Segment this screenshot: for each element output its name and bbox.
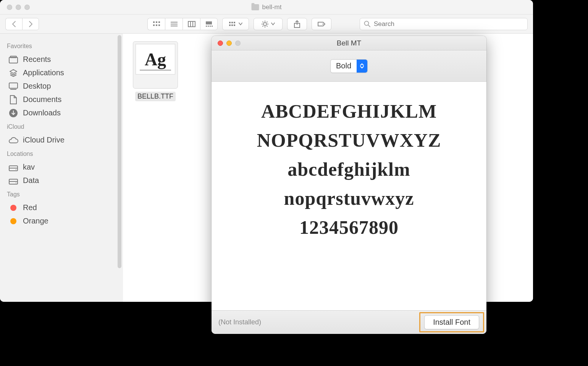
gallery-view-button[interactable] xyxy=(200,18,218,30)
svg-rect-9 xyxy=(188,21,195,27)
sidebar-item-label: Orange xyxy=(23,217,48,225)
svg-line-30 xyxy=(267,21,268,22)
preview-titlebar: Bell MT xyxy=(212,36,486,50)
sample-line: 1234567890 xyxy=(227,216,471,238)
svg-rect-20 xyxy=(229,24,231,26)
view-segment xyxy=(147,18,218,30)
finder-toolbar xyxy=(0,15,533,34)
svg-rect-5 xyxy=(158,24,160,26)
svg-rect-12 xyxy=(206,21,212,24)
sidebar-item-label: Documents xyxy=(23,95,61,104)
sidebar-item-label: Data xyxy=(23,176,39,185)
disk-icon xyxy=(8,177,18,185)
sidebar-heading-favorites: Favorites xyxy=(7,43,119,50)
file-thumbnail: Ag xyxy=(133,41,178,89)
svg-point-46 xyxy=(16,182,16,183)
install-status: (Not Installed) xyxy=(218,318,261,326)
sidebar-item-downloads[interactable]: Downloads xyxy=(6,106,119,120)
tag-orange-icon xyxy=(8,217,18,225)
action-button[interactable] xyxy=(254,18,283,30)
svg-rect-13 xyxy=(206,26,207,27)
svg-rect-2 xyxy=(158,21,160,23)
downloads-icon xyxy=(8,109,18,117)
svg-rect-36 xyxy=(9,57,18,63)
finder-title-text: bell-mt xyxy=(262,3,281,11)
documents-icon xyxy=(8,96,18,104)
sample-line: nopqrstuvwxyz xyxy=(227,187,471,209)
applications-icon xyxy=(8,69,18,77)
sidebar-item-label: Red xyxy=(23,203,37,212)
icon-view-button[interactable] xyxy=(147,18,165,30)
sidebar-heading-icloud: iCloud xyxy=(7,123,119,130)
file-item[interactable]: Ag BELLB.TTF xyxy=(131,41,180,101)
disk-icon xyxy=(8,163,18,172)
zoom-icon[interactable] xyxy=(235,40,241,46)
back-button[interactable] xyxy=(5,18,22,30)
sample-line: NOPQRSTUVWXYZ xyxy=(227,129,471,151)
finder-titlebar: bell-mt xyxy=(0,0,533,15)
sidebar-item-label: Applications xyxy=(23,68,64,77)
sidebar-heading-locations: Locations xyxy=(7,151,119,157)
sidebar-item-applications[interactable]: Applications xyxy=(6,66,119,79)
tags-button[interactable] xyxy=(312,18,331,30)
scrollbar-thumb[interactable] xyxy=(118,35,121,268)
svg-rect-17 xyxy=(229,22,231,23)
traffic-lights xyxy=(0,5,30,10)
svg-rect-18 xyxy=(231,22,233,23)
sidebar-item-label: kav xyxy=(23,163,35,172)
close-icon[interactable] xyxy=(218,40,223,46)
sidebar-item-label: Downloads xyxy=(23,109,61,117)
chevron-updown-icon xyxy=(357,60,367,73)
close-icon[interactable] xyxy=(7,5,12,10)
tag-red-icon xyxy=(8,204,18,212)
svg-rect-4 xyxy=(156,24,157,26)
preview-toolbar: Bold xyxy=(212,50,486,82)
minimize-icon[interactable] xyxy=(16,5,21,10)
sidebar-item-disk-data[interactable]: Data xyxy=(6,174,119,187)
svg-rect-0 xyxy=(153,21,155,23)
svg-line-29 xyxy=(267,26,268,26)
svg-rect-1 xyxy=(156,21,157,23)
search-field[interactable] xyxy=(360,18,528,30)
nav-segment xyxy=(5,18,39,30)
preview-title: Bell MT xyxy=(337,39,361,47)
sidebar-item-desktop[interactable]: Desktop xyxy=(6,79,119,93)
install-font-button[interactable]: Install Font xyxy=(424,315,479,329)
preview-body: ABCDEFGHIJKLM NOPQRSTUVWXYZ abcdefghijkl… xyxy=(212,82,486,310)
svg-point-33 xyxy=(323,23,324,24)
svg-line-31 xyxy=(263,26,263,26)
sidebar-item-documents[interactable]: Documents xyxy=(6,93,119,106)
font-style-select[interactable]: Bold xyxy=(330,59,368,73)
finder-title: bell-mt xyxy=(251,3,281,11)
minimize-icon[interactable] xyxy=(226,40,232,46)
svg-line-28 xyxy=(263,21,263,22)
desktop-icon xyxy=(8,82,18,91)
group-button[interactable] xyxy=(222,18,249,30)
sidebar-item-icloud-drive[interactable]: iCloud Drive xyxy=(6,133,119,147)
zoom-icon[interactable] xyxy=(24,5,30,10)
preview-footer: (Not Installed) Install Font xyxy=(212,310,486,334)
search-input[interactable] xyxy=(374,20,523,28)
sidebar-item-label: Recents xyxy=(23,55,51,64)
svg-point-23 xyxy=(263,23,267,26)
share-button[interactable] xyxy=(287,18,307,30)
install-highlight: Install Font xyxy=(419,312,484,332)
forward-button[interactable] xyxy=(22,18,39,30)
sidebar-item-disk-kav[interactable]: kav xyxy=(6,160,119,174)
svg-rect-38 xyxy=(9,83,18,88)
svg-rect-16 xyxy=(212,26,213,27)
folder-icon xyxy=(251,4,259,10)
sidebar-item-tag-orange[interactable]: Orange xyxy=(6,214,119,228)
svg-rect-15 xyxy=(210,26,211,27)
column-view-button[interactable] xyxy=(183,18,200,30)
sidebar-item-tag-red[interactable]: Red xyxy=(6,201,119,214)
sample-line: abcdefghijklm xyxy=(227,158,471,180)
font-preview-glyph: Ag xyxy=(145,49,166,70)
sidebar-heading-tags: Tags xyxy=(7,191,119,198)
svg-rect-19 xyxy=(234,22,235,23)
recents-icon xyxy=(8,55,18,64)
sidebar-item-recents[interactable]: Recents xyxy=(6,53,119,66)
search-icon xyxy=(364,21,371,28)
traffic-lights xyxy=(212,40,241,46)
list-view-button[interactable] xyxy=(165,18,183,30)
